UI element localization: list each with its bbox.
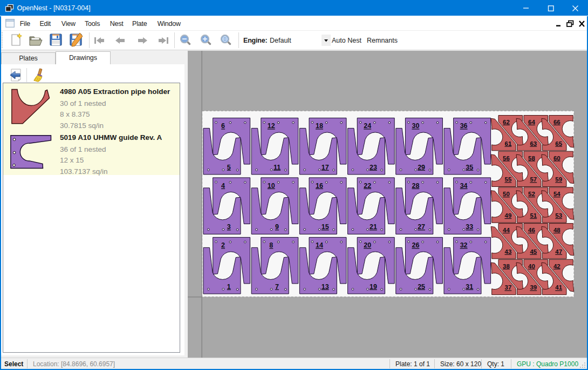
svg-text:50: 50 xyxy=(503,191,510,197)
svg-text:35: 35 xyxy=(466,164,473,171)
svg-text:56: 56 xyxy=(503,155,510,162)
svg-text:29: 29 xyxy=(418,164,425,171)
svg-text:3: 3 xyxy=(227,223,231,231)
svg-text:59: 59 xyxy=(555,176,562,183)
svg-text:48: 48 xyxy=(553,227,560,233)
svg-text:30: 30 xyxy=(412,122,419,130)
svg-text:55: 55 xyxy=(505,176,512,183)
svg-text:16: 16 xyxy=(316,182,323,190)
svg-text:5: 5 xyxy=(227,164,231,171)
svg-text:4: 4 xyxy=(221,182,225,190)
svg-text:36: 36 xyxy=(460,122,468,130)
svg-text:34: 34 xyxy=(460,182,468,190)
svg-text:44: 44 xyxy=(503,227,510,233)
svg-text:11: 11 xyxy=(274,164,281,171)
svg-text:14: 14 xyxy=(316,241,323,249)
svg-text:52: 52 xyxy=(528,191,535,197)
svg-text:22: 22 xyxy=(364,182,371,190)
svg-text:54: 54 xyxy=(553,191,560,197)
svg-text:47: 47 xyxy=(555,248,562,255)
svg-text:8: 8 xyxy=(269,241,273,249)
svg-text:31: 31 xyxy=(466,283,473,291)
svg-text:15: 15 xyxy=(322,223,329,231)
svg-text:17: 17 xyxy=(322,164,329,171)
svg-text:60: 60 xyxy=(553,155,560,162)
svg-text:10: 10 xyxy=(268,182,275,190)
svg-text:41: 41 xyxy=(555,284,562,291)
svg-text:61: 61 xyxy=(505,140,512,147)
svg-text:45: 45 xyxy=(530,248,537,255)
svg-text:21: 21 xyxy=(370,223,377,231)
svg-text:37: 37 xyxy=(505,284,512,291)
svg-text:51: 51 xyxy=(530,212,537,219)
svg-text:62: 62 xyxy=(503,119,510,125)
svg-text:27: 27 xyxy=(418,223,425,231)
svg-text:53: 53 xyxy=(555,212,562,219)
svg-text:26: 26 xyxy=(412,241,419,249)
svg-text:23: 23 xyxy=(370,164,377,171)
svg-text:63: 63 xyxy=(530,140,537,147)
svg-text:33: 33 xyxy=(466,223,473,231)
svg-text:13: 13 xyxy=(322,283,329,291)
svg-text:6: 6 xyxy=(221,122,225,130)
svg-text:1: 1 xyxy=(227,283,231,291)
svg-text:66: 66 xyxy=(553,119,560,125)
svg-text:32: 32 xyxy=(460,241,468,249)
svg-text:65: 65 xyxy=(555,140,562,147)
svg-text:46: 46 xyxy=(528,227,535,233)
svg-text:2: 2 xyxy=(221,241,225,249)
svg-text:28: 28 xyxy=(412,182,419,190)
svg-text:25: 25 xyxy=(418,283,425,291)
svg-text:64: 64 xyxy=(528,119,535,125)
svg-text:40: 40 xyxy=(528,263,535,270)
svg-text:49: 49 xyxy=(505,212,512,219)
svg-text:58: 58 xyxy=(528,155,535,162)
svg-text:39: 39 xyxy=(530,284,537,291)
svg-text:43: 43 xyxy=(505,248,512,255)
svg-text:38: 38 xyxy=(503,263,510,270)
svg-text:24: 24 xyxy=(364,122,371,130)
svg-text:9: 9 xyxy=(275,223,279,231)
svg-text:20: 20 xyxy=(364,241,371,249)
svg-text:19: 19 xyxy=(370,283,377,291)
svg-text:42: 42 xyxy=(553,263,560,270)
svg-text:7: 7 xyxy=(275,283,279,291)
svg-text:18: 18 xyxy=(316,122,323,130)
svg-text:12: 12 xyxy=(268,122,275,130)
svg-text:57: 57 xyxy=(530,176,537,183)
